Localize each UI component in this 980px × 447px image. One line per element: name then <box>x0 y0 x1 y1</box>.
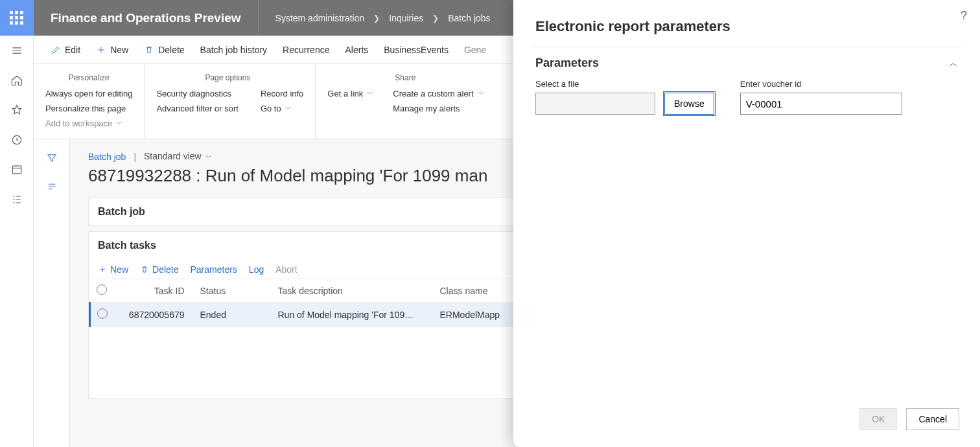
cell-task-id: 68720005679 <box>122 302 194 327</box>
slideover-title: Electronic report parameters <box>535 18 962 35</box>
select-file-input[interactable] <box>535 93 655 115</box>
breadcrumb-item[interactable]: Inquiries <box>386 13 426 23</box>
nav-rail <box>0 0 34 447</box>
delete-button[interactable]: Delete <box>136 36 192 64</box>
edit-button[interactable]: Edit <box>43 36 88 64</box>
waffle-icon <box>10 11 23 25</box>
col-task-description[interactable]: Task description <box>272 279 434 303</box>
task-parameters-button[interactable]: Parameters <box>190 264 237 275</box>
col-status[interactable]: Status <box>194 279 272 303</box>
always-open-for-editing[interactable]: Always open for editing <box>45 86 132 101</box>
svg-rect-1 <box>12 166 21 174</box>
parameters-section-header[interactable]: Parameters ︿ <box>533 55 962 79</box>
select-all-radio[interactable] <box>97 284 107 295</box>
chevron-right-icon: ❯ <box>367 14 386 23</box>
ok-button: OK <box>859 408 897 430</box>
chevron-down-icon: ﹀ <box>205 154 212 161</box>
voucher-id-input[interactable] <box>740 93 902 115</box>
nav-recent-button[interactable] <box>0 125 34 155</box>
chevron-down-icon: ﹀ <box>478 89 484 98</box>
filter-button[interactable] <box>46 152 58 166</box>
task-abort-button: Abort <box>275 264 297 275</box>
create-custom-alert[interactable]: Create a custom alert﹀ <box>393 86 484 101</box>
record-info[interactable]: Record info <box>261 86 303 101</box>
nav-modules-button[interactable] <box>0 185 34 214</box>
breadcrumb: System administration ❯ Inquiries ❯ Batc… <box>259 13 493 23</box>
content-side-rail <box>34 139 70 447</box>
task-new-button[interactable]: New <box>98 264 128 275</box>
cell-task-description: Run of Model mapping 'For 109… <box>272 302 434 327</box>
batch-job-history-button[interactable]: Batch job history <box>192 36 275 64</box>
col-task-id[interactable]: Task ID <box>122 279 194 303</box>
add-to-workspace[interactable]: Add to workspace﹀ <box>45 116 132 131</box>
voucher-id-label: Enter voucher id <box>740 79 902 89</box>
options-group-header: Share <box>327 69 483 86</box>
chevron-up-icon: ︿ <box>949 58 958 69</box>
recurrence-button[interactable]: Recurrence <box>275 36 337 64</box>
breadcrumb-item[interactable]: Batch jobs <box>445 13 493 23</box>
alerts-button[interactable]: Alerts <box>337 36 376 64</box>
electronic-report-parameters-panel: ? Electronic report parameters Parameter… <box>513 0 980 447</box>
personalize-this-page[interactable]: Personalize this page <box>45 101 132 116</box>
nav-favorites-button[interactable] <box>0 95 34 125</box>
select-file-label: Select a file <box>535 79 714 89</box>
security-diagnostics[interactable]: Security diagnostics <box>156 86 238 101</box>
batch-job-breadcrumb-link[interactable]: Batch job <box>88 152 126 162</box>
get-a-link[interactable]: Get a link﹀ <box>327 86 373 101</box>
options-group-header: Personalize <box>45 69 132 86</box>
nav-home-button[interactable] <box>0 65 34 95</box>
help-button[interactable]: ? <box>961 9 967 23</box>
new-button[interactable]: New <box>88 36 136 64</box>
cell-status: Ended <box>194 302 272 327</box>
advanced-filter-or-sort[interactable]: Advanced filter or sort <box>156 101 238 116</box>
overflow-command[interactable]: Gene <box>456 36 494 64</box>
browse-button[interactable]: Browse <box>664 93 714 115</box>
related-info-button[interactable] <box>46 181 58 195</box>
app-launcher-button[interactable] <box>0 0 34 36</box>
nav-hamburger-button[interactable] <box>0 36 34 65</box>
manage-my-alerts[interactable]: Manage my alerts <box>393 101 484 116</box>
task-log-button[interactable]: Log <box>249 264 264 275</box>
chevron-down-icon: ﹀ <box>116 119 122 128</box>
chevron-down-icon: ﹀ <box>285 104 292 113</box>
business-events-button[interactable]: BusinessEvents <box>376 36 456 64</box>
row-select-radio[interactable] <box>97 308 108 319</box>
chevron-right-icon: ❯ <box>426 14 445 23</box>
cancel-button[interactable]: Cancel <box>906 408 959 430</box>
chevron-down-icon: ﹀ <box>367 89 373 98</box>
go-to[interactable]: Go to﹀ <box>261 101 303 116</box>
product-brand: Finance and Operations Preview <box>34 0 258 36</box>
view-selector[interactable]: Standard view﹀ <box>144 151 212 162</box>
options-group-header: Page options <box>156 69 299 86</box>
breadcrumb-item[interactable]: System administration <box>273 13 368 23</box>
nav-workspaces-button[interactable] <box>0 155 34 185</box>
task-delete-button[interactable]: Delete <box>140 264 178 275</box>
